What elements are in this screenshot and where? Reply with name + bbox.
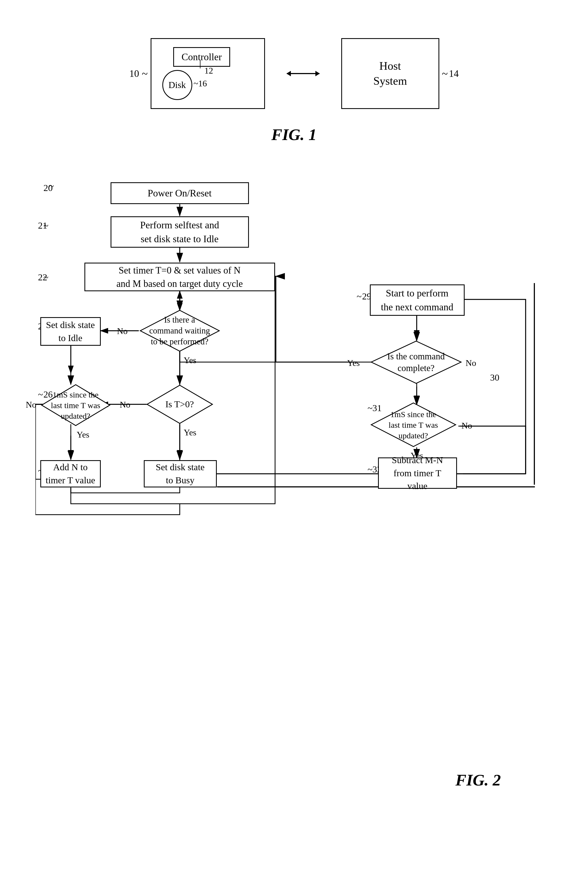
node-31-1ms-updated-right: 1mS since thelast time T wasupdated?	[370, 402, 457, 448]
flowchart: 20 ~ Power On/Reset 21 ~ Perform selftes…	[35, 166, 553, 765]
ref-32-squiggle: ~	[368, 464, 373, 475]
node-25-set-idle: Set disk stateto Idle	[40, 317, 101, 346]
node-27-add-n: Add N totimer T value	[40, 460, 101, 487]
disk-label: Disk	[168, 80, 186, 90]
label-30-yes: Yes	[347, 358, 360, 368]
node-29-text: Start to performthe next command	[381, 286, 453, 314]
host-system-container: HostSystem ~ 14	[341, 38, 459, 109]
label-23-no: No	[117, 326, 128, 336]
node-21-selftest: Perform selftest andset disk state to Id…	[111, 216, 249, 248]
disk-circle: Disk	[162, 70, 192, 100]
node-28-text: Set disk stateto Busy	[156, 461, 204, 487]
node-23-command-waiting: Is there acommand waitingto be performed…	[139, 309, 220, 353]
node-26-1ms-updated: 1mS since thelast time T wasupdated?	[40, 383, 111, 427]
label-24-yes: Yes	[184, 428, 196, 437]
fig2-section: 20 ~ Power On/Reset 21 ~ Perform selftes…	[33, 166, 555, 790]
node-22-text: Set timer T=0 & set values of Nand M bas…	[117, 264, 243, 290]
node-29-start-next-cmd: Start to performthe next command	[370, 284, 465, 316]
label-24-no: No	[120, 400, 130, 410]
controller-label: Controller	[182, 51, 222, 62]
node-22-set-timer: Set timer T=0 & set values of Nand M bas…	[84, 263, 275, 291]
page: 10 ~ Controller Disk ~16 12	[0, 0, 588, 886]
label-23-yes: Yes	[184, 355, 196, 365]
node-21-text: Perform selftest andset disk state to Id…	[140, 218, 219, 246]
ref-16: ~16	[194, 78, 207, 89]
squiggle-21: ~	[44, 221, 48, 231]
node-23-text: Is there acommand waitingto be performed…	[149, 314, 210, 347]
flowchart-svg	[35, 166, 553, 765]
node-30-text: Is the commandcomplete?	[387, 351, 445, 374]
node-26-text: 1mS since thelast time T wasupdated?	[51, 389, 100, 421]
label-26-no: No	[26, 400, 36, 410]
node-31-text: 1mS since thelast time T wasupdated?	[388, 409, 438, 441]
disk-controller-box: Controller Disk ~16 12	[151, 38, 265, 109]
bidirectional-arrow	[287, 73, 320, 74]
node-27-text: Add N totimer T value	[46, 461, 95, 487]
ref-30: 30	[490, 372, 500, 383]
node-25-text: Set disk stateto Idle	[46, 318, 95, 344]
label-31-no: No	[462, 420, 472, 431]
node-20-text: Power On/Reset	[148, 187, 212, 200]
label-26-yes: Yes	[77, 429, 90, 440]
fig2-caption: FIG. 2	[33, 771, 555, 790]
ref-10-label: 10	[129, 68, 139, 79]
squiggle-22: ~	[44, 272, 48, 282]
node-32-text: Subtract M-Nfrom timer Tvalue	[392, 454, 443, 493]
fig1-caption: FIG. 1	[271, 125, 317, 144]
node-20-power-on-reset: Power On/Reset	[111, 182, 249, 204]
label-30-no: No	[466, 358, 476, 368]
fig1-section: 10 ~ Controller Disk ~16 12	[33, 38, 555, 144]
ref-29-squiggle: ~	[357, 291, 362, 302]
squiggle-10: ~	[142, 67, 148, 80]
ref-12: 12	[204, 66, 213, 76]
node-32-subtract-mn: Subtract M-Nfrom timer Tvalue	[378, 457, 457, 489]
node-30-cmd-complete: Is the commandcomplete?	[370, 340, 462, 385]
node-24-text: Is T>0?	[165, 399, 194, 410]
arrow-shaft	[287, 73, 320, 74]
node-28-set-busy: Set disk stateto Busy	[144, 460, 217, 487]
bottom-border-line	[217, 486, 535, 487]
fig1-diagram: 10 ~ Controller Disk ~16 12	[129, 38, 459, 109]
right-border-line	[534, 283, 535, 485]
host-system-label: HostSystem	[374, 59, 407, 88]
squiggle-14: ~	[442, 67, 448, 80]
controller-arrow	[200, 60, 201, 68]
squiggle-20: ~	[49, 181, 54, 191]
ref-14-label: 14	[449, 68, 459, 79]
host-system-box: HostSystem	[341, 38, 439, 109]
node-24-is-t-gt-0: Is T>0?	[146, 384, 214, 425]
controller-box: Controller	[173, 47, 230, 67]
